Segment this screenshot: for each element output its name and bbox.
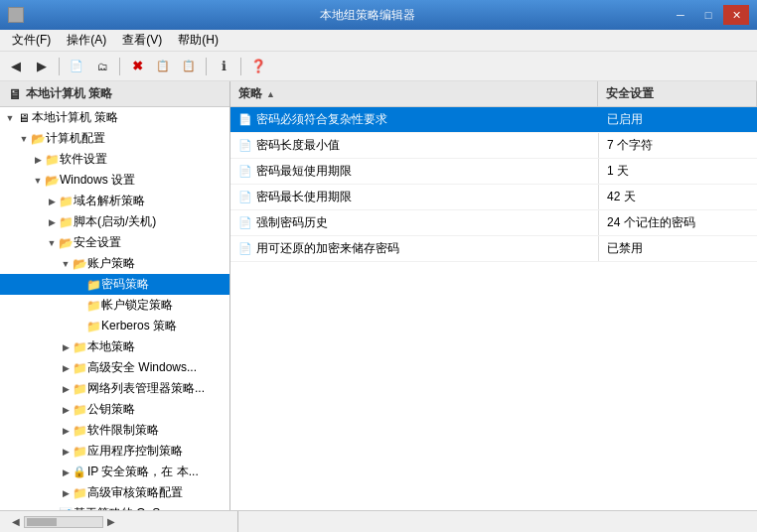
tree-label-dns: 域名解析策略 (74, 193, 145, 209)
tree-item-security-settings[interactable]: ▼ 📂 安全设置 (0, 232, 229, 253)
expand-icon-security[interactable]: ▼ (46, 237, 58, 249)
tree-item-root[interactable]: ▼ 🖥 本地计算机 策略 (0, 107, 229, 128)
tree-label-qos: 基于策略的 QoS (74, 505, 160, 510)
paste-button[interactable]: 📋 (177, 56, 201, 77)
nav-right-arrow[interactable]: ▶ (103, 516, 119, 527)
tree-item-qos[interactable]: ▶ 📊 基于策略的 QoS (0, 503, 229, 510)
expand-icon-soft-restrict[interactable]: ▶ (60, 425, 72, 437)
tree-item-lockout[interactable]: 📁 帐户锁定策略 (0, 295, 229, 316)
qos-icon: 📊 (58, 506, 74, 511)
tree-label-advanced-security: 高级安全 Windows... (87, 359, 197, 376)
expand-icon-audit[interactable]: ▶ (60, 487, 72, 499)
maximize-button[interactable]: □ (695, 5, 721, 25)
expand-icon-computer-config[interactable]: ▼ (18, 133, 30, 145)
toolbar-sep-4 (240, 58, 241, 75)
tree-item-network-list[interactable]: ▶ 📁 网络列表管理器策略... (0, 378, 229, 399)
menu-file[interactable]: 文件(F) (4, 30, 59, 51)
col-header-setting[interactable]: 安全设置 (598, 81, 757, 106)
tree-item-account-policy[interactable]: ▼ 📂 账户策略 (0, 253, 229, 274)
tree-label-software-restriction: 软件限制策略 (87, 422, 159, 439)
tree-label-advanced-audit: 高级审核策略配置 (87, 484, 183, 501)
expand-icon-account[interactable]: ▼ (60, 258, 72, 270)
tree-item-script[interactable]: ▶ 📁 脚本(启动/关机) (0, 211, 229, 232)
tree-item-advanced-security[interactable]: ▶ 📁 高级安全 Windows... (0, 357, 229, 378)
main-area: 🖥 本地计算机 策略 ▼ 🖥 本地计算机 策略 ▼ 📂 计算机配置 ▶ 📁 软件… (0, 81, 757, 510)
expand-icon-script[interactable]: ▶ (46, 216, 58, 228)
menu-bar: 文件(F) 操作(A) 查看(V) 帮助(H) (0, 30, 757, 52)
folder-icon-kerberos: 📁 (85, 319, 101, 334)
expand-icon-ip[interactable]: ▶ (60, 466, 72, 478)
properties-button[interactable]: ℹ (212, 56, 235, 77)
policy-row-min-length[interactable]: 📄 密码长度最小值 7 个字符 (230, 133, 757, 159)
minimize-button[interactable]: ─ (668, 5, 693, 25)
tree-label-kerberos: Kerberos 策略 (101, 318, 177, 334)
policy-row-max-age[interactable]: 📄 密码最长使用期限 42 天 (230, 185, 757, 210)
forward-button[interactable]: ▶ (30, 56, 54, 77)
expand-icon-local[interactable]: ▶ (60, 341, 72, 353)
tree-item-local-policy[interactable]: ▶ 📁 本地策略 (0, 336, 229, 357)
expand-icon-adv-sec[interactable]: ▶ (60, 362, 72, 374)
tree-item-dns[interactable]: ▶ 📁 域名解析策略 (0, 191, 229, 211)
tree-item-advanced-audit[interactable]: ▶ 📁 高级审核策略配置 (0, 482, 229, 503)
col-header-policy[interactable]: 策略 ▲ (230, 81, 598, 106)
tree-item-software-restriction[interactable]: ▶ 📁 软件限制策略 (0, 420, 229, 441)
policy-name-min-age: 📄 密码最短使用期限 (230, 159, 598, 184)
expand-icon-pubkey[interactable]: ▶ (60, 404, 72, 416)
menu-view[interactable]: 查看(V) (114, 30, 170, 51)
expand-icon-lockout[interactable] (74, 300, 85, 312)
folder-button[interactable]: 🗂 (90, 56, 114, 77)
help-button[interactable]: ❓ (246, 56, 270, 77)
tree-item-windows-settings[interactable]: ▼ 📂 Windows 设置 (0, 170, 229, 191)
toolbar-sep-3 (206, 58, 207, 75)
menu-action[interactable]: 操作(A) (59, 30, 114, 51)
expand-icon-network[interactable]: ▶ (60, 383, 72, 395)
folder-icon-dns: 📁 (58, 194, 74, 209)
policy-list[interactable]: 📄 密码必须符合复杂性要求 已启用 📄 密码长度最小值 7 个字符 📄 密码最短… (230, 107, 757, 510)
policy-name-complexity: 📄 密码必须符合复杂性要求 (230, 107, 598, 132)
tree-item-kerberos[interactable]: 📁 Kerberos 策略 (0, 316, 229, 336)
menu-help[interactable]: 帮助(H) (170, 30, 227, 51)
tree-item-ip-security[interactable]: ▶ 🔒 IP 安全策略，在 本... (0, 462, 229, 482)
close-button[interactable]: ✕ (723, 5, 749, 25)
expand-icon-root[interactable]: ▼ (4, 112, 16, 124)
policy-row-complexity[interactable]: 📄 密码必须符合复杂性要求 已启用 (230, 107, 757, 133)
doc-icon-max-age: 📄 (238, 191, 252, 204)
left-panel-title: 本地计算机 策略 (26, 85, 112, 102)
toolbar-sep-1 (59, 58, 60, 75)
policy-name-min-length: 📄 密码长度最小值 (230, 133, 598, 158)
tree-label-ip-security: IP 安全策略，在 本... (87, 464, 199, 480)
delete-button[interactable]: ✖ (125, 56, 149, 77)
scrollbar-thumb (27, 518, 57, 526)
title-bar-controls: ─ □ ✕ (668, 5, 749, 25)
policy-value-min-age: 1 天 (598, 159, 757, 184)
expand-icon-app[interactable]: ▶ (60, 446, 72, 458)
back-button[interactable]: ◀ (4, 56, 28, 77)
expand-icon-kerberos[interactable] (74, 321, 85, 332)
policy-row-reversible[interactable]: 📄 用可还原的加密来储存密码 已禁用 (230, 236, 757, 262)
policy-label-max-age: 密码最长使用期限 (256, 189, 352, 205)
expand-icon-software[interactable]: ▶ (32, 154, 44, 166)
tree-item-password-policy[interactable]: 📁 密码策略 (0, 274, 229, 295)
tree-label-public-key: 公钥策略 (87, 401, 135, 418)
policy-label-reversible: 用可还原的加密来储存密码 (256, 240, 399, 257)
expand-icon-dns[interactable]: ▶ (46, 196, 58, 207)
tree-item-computer-config[interactable]: ▼ 📂 计算机配置 (0, 128, 229, 149)
tree-item-software-settings[interactable]: ▶ 📁 软件设置 (0, 149, 229, 170)
policy-row-history[interactable]: 📄 强制密码历史 24 个记住的密码 (230, 210, 757, 236)
tree-item-app-control[interactable]: ▶ 📁 应用程序控制策略 (0, 441, 229, 462)
tree-label-software-settings: 软件设置 (60, 151, 107, 168)
tree-item-public-key[interactable]: ▶ 📁 公钥策略 (0, 399, 229, 420)
policy-value-history: 24 个记住的密码 (598, 210, 757, 235)
show-tree-button[interactable]: 📄 (65, 56, 88, 77)
horizontal-scrollbar[interactable] (24, 516, 103, 528)
expand-icon-qos[interactable]: ▶ (46, 508, 58, 511)
tree-label-computer-config: 计算机配置 (46, 130, 105, 147)
folder-icon-soft-restrict: 📁 (72, 423, 87, 439)
copy-button[interactable]: 📋 (151, 56, 175, 77)
col-setting-label: 安全设置 (606, 85, 654, 102)
expand-icon-password[interactable] (74, 279, 85, 291)
expand-icon-windows[interactable]: ▼ (32, 175, 44, 187)
nav-left-arrow[interactable]: ◀ (8, 516, 24, 527)
tree-area[interactable]: ▼ 🖥 本地计算机 策略 ▼ 📂 计算机配置 ▶ 📁 软件设置 ▼ 📂 Wind… (0, 107, 229, 510)
policy-row-min-age[interactable]: 📄 密码最短使用期限 1 天 (230, 159, 757, 185)
